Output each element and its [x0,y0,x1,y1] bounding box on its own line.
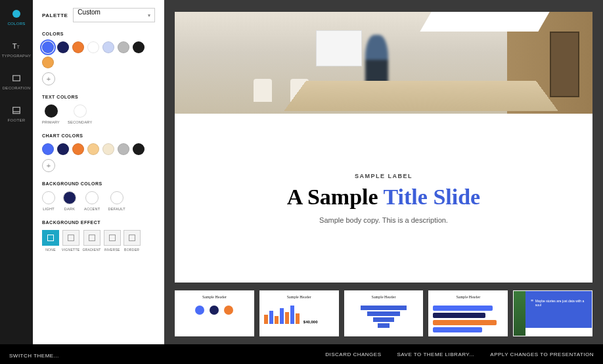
text-colors-title: TEXT COLORS [42,95,155,99]
add-chart-color-button[interactable]: + [42,159,55,172]
sidebar-nav: COLORS TT TYPOGRAPHY DECORATION FOOTER [0,0,33,344]
switch-theme-button[interactable]: SWITCH THEME... [9,353,59,359]
decoration-icon [11,72,22,84]
typography-icon: TT [11,40,22,52]
svg-text:T: T [12,42,17,50]
effect-none[interactable]: NONE [42,230,59,252]
bg-effect-title: BACKGROUND EFFECT [42,220,155,225]
save-to-library-button[interactable]: SAVE TO THEME LIBRARY... [397,352,475,357]
nav-typography[interactable]: TT TYPOGRAPHY [0,37,34,60]
chart-color-swatches [42,143,155,155]
palette-icon [11,8,22,20]
color-swatch[interactable] [87,41,99,53]
footer-icon [11,104,22,116]
apply-changes-button[interactable]: APPLY CHANGES TO PRESENTATION [490,352,594,357]
svg-text:T: T [17,45,20,49]
chart-swatch[interactable] [102,143,114,155]
color-swatch[interactable] [102,41,114,53]
bg-accent[interactable] [85,191,99,204]
slide-title: A Sample Title Slide [287,185,480,210]
chart-swatch[interactable] [42,143,54,155]
text-color-primary[interactable] [45,104,58,118]
nav-footer[interactable]: FOOTER [5,102,28,125]
thumb-funnel[interactable]: Sample Header [344,290,424,336]
bg-dark[interactable] [63,191,76,204]
slide-preview[interactable]: SAMPLE LABEL A Sample Title Slide Sample… [175,12,592,283]
color-swatch[interactable] [133,41,145,53]
footer-bar: SWITCH THEME... DISCARD CHANGES SAVE TO … [0,344,603,364]
slide-body: SAMPLE LABEL A Sample Title Slide Sample… [175,114,592,283]
slide-body-text: Sample body copy. This is a description. [319,216,448,224]
color-swatch[interactable] [118,41,129,53]
svg-rect-4 [13,107,20,113]
discard-changes-button[interactable]: DISCARD CHANGES [325,352,381,357]
thumb-icons[interactable]: Sample Header [175,290,254,336]
chart-swatch[interactable] [72,143,84,155]
text-color-secondary[interactable] [74,104,87,118]
hero-image [175,12,592,114]
colors-title: COLORS [42,32,155,36]
canvas-area: SAMPLE LABEL A Sample Title Slide Sample… [164,0,603,344]
color-swatch[interactable] [72,41,84,53]
thumb-rows[interactable]: Sample Header [428,290,508,336]
effect-inverse[interactable]: INVERSE [104,230,121,252]
bg-colors-title: BACKGROUND COLORS [42,181,155,186]
chart-swatch[interactable] [133,143,145,155]
theme-panel: PALETTE Custom COLORS + TEXT COLORS [33,0,164,344]
nav-decoration[interactable]: DECORATION [0,70,33,93]
palette-label: PALETTE [42,12,68,18]
add-color-button[interactable]: + [42,72,55,85]
color-swatch[interactable] [57,41,69,53]
thumb-bars[interactable]: Sample Header $40,000 [259,290,339,336]
color-swatch[interactable] [42,57,54,68]
svg-rect-3 [13,76,20,81]
bg-default[interactable] [110,191,123,204]
palette-select[interactable]: Custom [73,8,155,22]
effect-border[interactable]: BORDER [123,230,141,252]
chart-swatch[interactable] [57,143,69,155]
thumbnails: Sample Header Sample Header [175,290,592,336]
svg-point-0 [12,10,20,18]
thumb-quote[interactable]: "Maybe stories are just data with a soul [513,290,592,336]
chart-swatch[interactable] [87,143,99,155]
effect-vignette[interactable]: VIGNETTE [62,230,79,252]
color-swatches [42,41,155,68]
slide-label: SAMPLE LABEL [355,173,413,179]
color-swatch[interactable] [42,41,54,53]
chart-swatch[interactable] [118,143,129,155]
chart-colors-title: CHART COLORS [42,133,155,138]
effect-gradient[interactable]: GRADIENT [82,230,100,252]
nav-colors[interactable]: COLORS [5,5,28,28]
bg-light[interactable] [42,191,55,204]
